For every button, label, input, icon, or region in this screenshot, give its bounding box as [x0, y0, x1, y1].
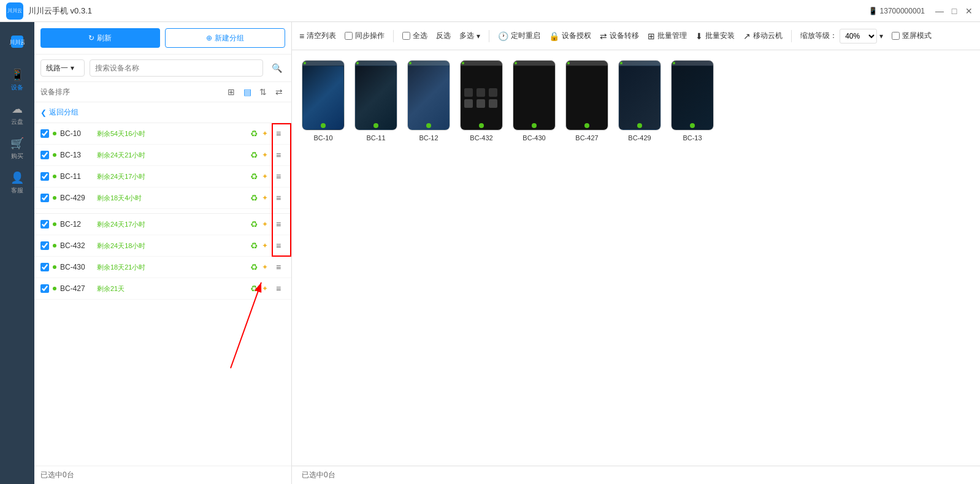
sidebar-item-storage[interactable]: ☁ 云盘 [2, 98, 32, 130]
minimize-button[interactable]: — [935, 6, 944, 16]
device-card-bc427[interactable]: BC-427 [565, 60, 608, 142]
maximize-button[interactable]: □ [949, 6, 959, 16]
device-checkbox-bc427[interactable] [40, 284, 49, 293]
select-all-item[interactable]: 全选 [402, 31, 427, 41]
status-dot-bc429 [620, 62, 622, 64]
star-icon-bc11[interactable]: ✦ [262, 172, 268, 181]
device-auth-label: 设备授权 [562, 31, 591, 41]
device-checkbox-bc11[interactable] [40, 172, 49, 181]
recycle-icon-bc12[interactable]: ♻ [250, 219, 258, 229]
vertical-mode-item[interactable]: 竖屏模式 [892, 31, 932, 41]
layers-icon[interactable]: ⊞ [225, 86, 237, 98]
recycle-icon-bc13[interactable]: ♻ [250, 150, 258, 160]
route-select[interactable]: 线路一 ▾ [40, 59, 85, 77]
star-icon-bc432[interactable]: ✦ [262, 241, 268, 250]
device-checkbox-bc432[interactable] [40, 241, 49, 250]
online-dot-bc429 [53, 196, 56, 200]
grid-icon[interactable]: ▤ [241, 86, 253, 98]
device-card-bc432[interactable]: BC-432 [460, 60, 503, 142]
menu-btn-bc432[interactable]: ≡ [272, 239, 285, 252]
recycle-icon-bc11[interactable]: ♻ [250, 172, 258, 181]
star-icon-bc427[interactable]: ✦ [262, 284, 268, 293]
device-card-bc11[interactable]: BC-11 [354, 60, 397, 142]
menu-btn-bc427[interactable]: ≡ [272, 282, 285, 295]
menu-btn-bc12[interactable]: ≡ [272, 217, 285, 231]
sidebar-item-device[interactable]: 📱 设备 [2, 64, 32, 96]
menu-btn-bc10[interactable]: ≡ [272, 127, 285, 140]
star-icon-bc12[interactable]: ✦ [262, 220, 268, 229]
device-thumbnail-bc11 [354, 60, 397, 130]
recycle-icon-bc427[interactable]: ♻ [250, 284, 258, 293]
sidebar-item-cloud[interactable]: 川川云 [2, 27, 32, 59]
device-card-bc10[interactable]: BC-10 [302, 60, 345, 142]
status-dot-bc12 [409, 62, 412, 64]
star-icon-bc429[interactable]: ✦ [262, 194, 268, 202]
device-screen-bc10 [303, 66, 343, 129]
move-icon: ↗ [743, 31, 751, 41]
device-thumbnail-bc10 [302, 60, 345, 130]
close-button[interactable]: ✕ [964, 6, 974, 16]
storage-icon: ☁ [12, 102, 23, 116]
sidebar-item-shop[interactable]: 🛒 购买 [2, 132, 32, 164]
device-card-label-bc12: BC-12 [419, 134, 438, 142]
recycle-icon-bc429[interactable]: ♻ [250, 193, 258, 203]
star-icon-bc430[interactable]: ✦ [262, 263, 268, 271]
zoom-select[interactable]: 40% 60% 80% 100% [840, 29, 877, 43]
device-checkbox-bc13[interactable] [40, 151, 49, 159]
batch-install-item[interactable]: ⬇ 批量安装 [695, 31, 735, 41]
select-all-checkbox[interactable] [402, 32, 410, 40]
device-thumbnail-bc427 [565, 60, 608, 130]
move-cloud-item[interactable]: ↗ 移动云机 [743, 31, 783, 41]
recycle-icon-bc432[interactable]: ♻ [250, 241, 258, 251]
device-time-bc11: 剩余24天17小时 [97, 172, 247, 181]
status-bar-bc429 [619, 61, 660, 66]
device-card-bc429[interactable]: BC-429 [618, 60, 661, 142]
device-checkbox-bc10[interactable] [40, 129, 49, 138]
device-card-bc12[interactable]: BC-12 [407, 60, 450, 142]
device-row: BC-10 剩余54天16小时 ♻ ✦ ≡ [34, 123, 291, 145]
sort-desc-icon[interactable]: ⇄ [273, 86, 285, 98]
sidebar-item-service-label: 客服 [11, 186, 23, 195]
recycle-icon-bc430[interactable]: ♻ [250, 262, 258, 272]
device-screen-bc12 [408, 66, 449, 129]
batch-manage-item[interactable]: ⊞ 批量管理 [648, 31, 687, 41]
device-transfer-item[interactable]: ⇄ 设备转移 [600, 31, 639, 41]
menu-btn-bc430[interactable]: ≡ [272, 260, 285, 274]
device-status-dot-bc10 [321, 123, 326, 128]
new-group-button[interactable]: ⊕ 新建分组 [165, 28, 286, 48]
sync-checkbox[interactable] [345, 32, 353, 40]
invert-item[interactable]: 反选 [436, 31, 451, 41]
device-checkbox-bc430[interactable] [40, 263, 49, 271]
device-auth-item[interactable]: 🔒 设备授权 [549, 31, 591, 41]
star-icon-bc13[interactable]: ✦ [262, 151, 268, 159]
clear-list-item[interactable]: ≡ 清空列表 [299, 31, 336, 41]
menu-btn-bc11[interactable]: ≡ [272, 170, 285, 183]
sync-op-item[interactable]: 同步操作 [345, 31, 385, 41]
search-input[interactable] [90, 59, 263, 77]
device-card-bc13[interactable]: BC-13 [671, 60, 714, 142]
device-name-bc432: BC-432 [60, 241, 93, 250]
device-thumbnail-bc429 [618, 60, 661, 130]
device-card-bc430[interactable]: BC-430 [513, 60, 556, 142]
scheduled-restart-item[interactable]: 🕐 定时重启 [498, 31, 540, 41]
search-button[interactable]: 🔍 [268, 59, 285, 77]
vertical-mode-checkbox[interactable] [892, 32, 900, 40]
menu-btn-bc429[interactable]: ≡ [272, 191, 285, 205]
device-list: BC-10 剩余54天16小时 ♻ ✦ ≡ BC-13 剩余24天21小时 ♻ … [34, 123, 291, 466]
sidebar-item-service[interactable]: 👤 客服 [2, 167, 32, 199]
select-all-label: 全选 [413, 31, 427, 41]
status-bar-bc430 [513, 61, 555, 66]
back-group[interactable]: ❮ 返回分组 [34, 102, 291, 123]
device-checkbox-bc429[interactable] [40, 194, 49, 202]
device-checkbox-bc12[interactable] [40, 220, 49, 229]
device-card-label-bc13: BC-13 [683, 134, 702, 142]
sort-asc-icon[interactable]: ⇅ [257, 86, 269, 98]
recycle-icon-bc10[interactable]: ♻ [250, 129, 258, 138]
multi-select-item[interactable]: 多选 ▾ [459, 31, 480, 41]
device-time-bc432: 剩余24天18小时 [97, 241, 247, 251]
refresh-button[interactable]: ↻ 刷新 [40, 28, 160, 48]
star-icon-bc10[interactable]: ✦ [262, 129, 268, 138]
menu-btn-bc13[interactable]: ≡ [272, 148, 285, 162]
device-name-bc427: BC-427 [60, 284, 93, 293]
device-card-label-bc432: BC-432 [470, 134, 492, 142]
